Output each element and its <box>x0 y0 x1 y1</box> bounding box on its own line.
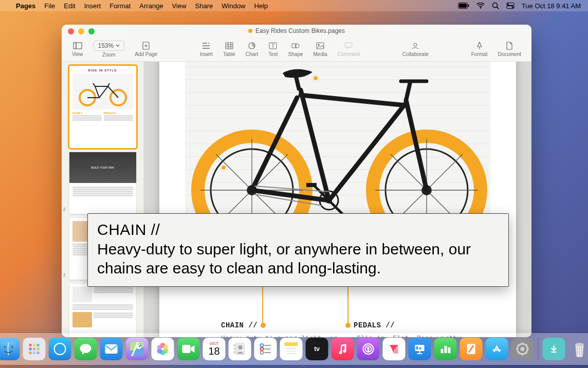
tb-table[interactable]: Table <box>218 37 241 61</box>
menu-edit[interactable]: Edit <box>64 2 75 10</box>
dock-mail[interactable] <box>100 338 123 360</box>
page[interactable]: CHAIN // Heavy-duty to super light, or a… <box>159 62 516 337</box>
thumbnail-page-4[interactable]: 4 <box>69 284 136 337</box>
tb-insert[interactable]: Insert <box>195 37 218 61</box>
svg-rect-93 <box>33 352 35 354</box>
tb-add-page[interactable]: Add Page <box>130 37 162 61</box>
dock-reminders[interactable] <box>254 338 277 360</box>
svg-point-126 <box>367 347 370 350</box>
menu-help[interactable]: Help <box>254 2 268 10</box>
document-icon <box>506 41 512 50</box>
wifi-icon[interactable] <box>476 3 485 9</box>
tb-text[interactable]: T Text <box>263 37 283 61</box>
callout-seat[interactable] <box>313 75 319 81</box>
dock-music[interactable] <box>332 338 354 360</box>
tb-zoom[interactable]: 153% Zoom <box>88 37 130 61</box>
svg-rect-119 <box>285 342 298 346</box>
dock-tv[interactable]: tv <box>306 338 328 360</box>
svg-point-148 <box>576 343 584 346</box>
svg-rect-10 <box>74 43 76 49</box>
tb-add-page-label: Add Page <box>135 51 157 57</box>
svg-rect-89 <box>29 348 32 351</box>
menu-share[interactable]: Share <box>195 2 213 10</box>
dock-safari[interactable] <box>49 338 71 360</box>
hover-body: Heavy-duty to super light, or anywhere i… <box>97 240 499 278</box>
dock-settings[interactable] <box>511 338 534 360</box>
dock-pages[interactable] <box>460 338 483 360</box>
tb-chart[interactable]: Chart <box>241 37 263 61</box>
menu-view[interactable]: View <box>172 2 187 10</box>
tb-shape[interactable]: Shape <box>283 37 308 61</box>
svg-point-96 <box>55 344 65 354</box>
close-button[interactable] <box>68 28 74 34</box>
menu-file[interactable]: File <box>44 2 55 10</box>
dock-maps[interactable] <box>126 338 149 360</box>
dock-podcasts[interactable] <box>357 338 380 360</box>
svg-rect-111 <box>234 352 235 353</box>
chain-heading[interactable]: CHAIN // <box>221 321 269 329</box>
menu-insert[interactable]: Insert <box>84 2 101 10</box>
svg-point-18 <box>208 43 209 44</box>
callout-wheel[interactable] <box>220 164 227 171</box>
tb-collaborate[interactable]: Collaborate <box>397 37 434 61</box>
tb-media-label: Media <box>314 51 327 57</box>
dock-notes[interactable] <box>280 338 303 360</box>
svg-point-106 <box>157 345 162 350</box>
thumbnail-page-1[interactable]: RIDE IN STYLE CHAIN // PEDALS // <box>69 66 136 148</box>
titlebar[interactable]: Easy Rides Custom Bikes.pages <box>62 25 531 37</box>
clock[interactable]: Tue Oct 18 9:41 AM <box>522 2 581 10</box>
svg-point-115 <box>261 347 264 351</box>
svg-point-3 <box>480 7 481 8</box>
menu-format[interactable]: Format <box>109 2 131 10</box>
thumbnail-page-2[interactable]: 2 BUILD YOUR OWN <box>69 152 136 214</box>
text-icon: T <box>269 41 277 50</box>
page-num-3: 3 <box>63 272 66 278</box>
hover-title: CHAIN // <box>97 220 499 240</box>
svg-rect-86 <box>29 344 32 346</box>
tb-table-label: Table <box>223 51 235 57</box>
svg-rect-107 <box>182 345 191 353</box>
page-num-2: 2 <box>63 207 66 212</box>
battery-icon[interactable] <box>458 3 469 9</box>
dock-calendar[interactable]: OCT18 <box>203 338 226 360</box>
dock-news[interactable] <box>383 338 406 360</box>
svg-rect-1 <box>459 4 467 8</box>
dock-finder[interactable] <box>0 338 20 360</box>
pedals-heading[interactable]: PEDALS // <box>357 321 395 329</box>
tb-media[interactable]: Media <box>308 37 333 61</box>
search-icon[interactable] <box>492 2 499 9</box>
dock-messages[interactable] <box>75 338 97 360</box>
svg-point-32 <box>414 43 417 46</box>
control-center-icon[interactable] <box>506 3 514 9</box>
minimize-button[interactable] <box>78 28 84 34</box>
dock-contacts[interactable] <box>229 338 251 360</box>
svg-rect-110 <box>234 348 235 349</box>
svg-rect-129 <box>419 347 421 349</box>
document-canvas[interactable]: CHAIN // Heavy-duty to super light, or a… <box>144 62 531 337</box>
page-thumbnails-sidebar[interactable]: RIDE IN STYLE CHAIN // PEDALS // 2 BUILD… <box>62 62 144 337</box>
hover-text-preview: CHAIN // Heavy-duty to super light, or a… <box>87 213 509 287</box>
dock-keynote[interactable] <box>409 338 431 360</box>
tb-format[interactable]: Format <box>466 37 493 61</box>
app-menu[interactable]: Pages <box>16 2 35 10</box>
dock-photos[interactable] <box>152 338 174 360</box>
zoom-value[interactable]: 153% <box>94 41 125 51</box>
tb-document[interactable]: Document <box>492 37 526 61</box>
dock-trash[interactable] <box>568 338 589 360</box>
dock-launchpad[interactable] <box>23 338 46 360</box>
tb-view[interactable]: View <box>67 37 88 61</box>
modified-dot-icon <box>248 29 252 33</box>
dock-numbers[interactable] <box>434 338 457 360</box>
svg-point-9 <box>512 6 513 8</box>
svg-rect-92 <box>29 352 32 354</box>
window-controls <box>68 28 95 34</box>
menu-arrange[interactable]: Arrange <box>139 2 163 10</box>
dock-appstore[interactable] <box>486 338 508 360</box>
dock-downloads[interactable] <box>543 338 565 360</box>
dock-facetime[interactable] <box>177 338 200 360</box>
dock: OCT18 tv <box>0 333 588 365</box>
menu-window[interactable]: Window <box>222 2 245 10</box>
tb-collaborate-label: Collaborate <box>402 51 429 57</box>
svg-rect-98 <box>105 344 118 354</box>
maximize-button[interactable] <box>88 28 95 34</box>
